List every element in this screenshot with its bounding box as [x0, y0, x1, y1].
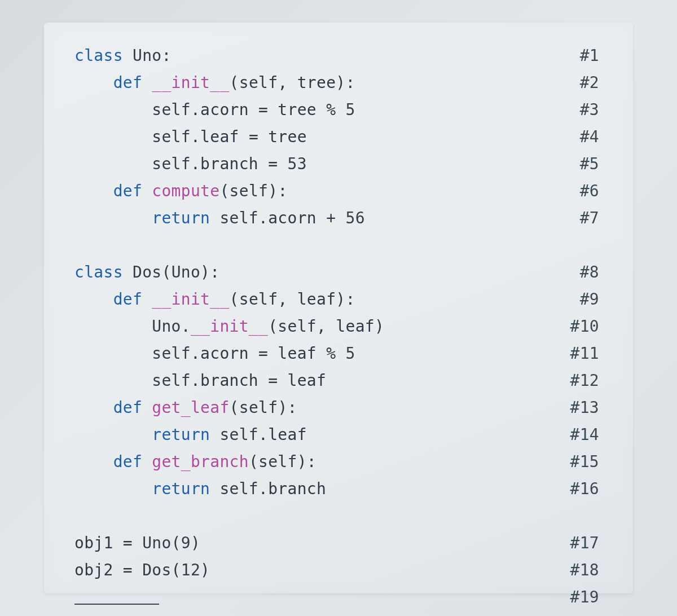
code-line: def get_branch(self): #15	[74, 452, 605, 479]
line-number: #4	[580, 127, 605, 146]
code-line: def compute(self): #6	[74, 182, 605, 209]
line-number: #9	[580, 290, 605, 309]
line-number: #17	[570, 534, 605, 552]
line-number: #11	[570, 344, 605, 363]
code-line: self.branch = leaf #12	[74, 371, 605, 398]
line-number: #7	[580, 209, 605, 227]
line-number: #6	[580, 182, 605, 200]
line-number: #5	[580, 155, 605, 173]
code-line: self.branch = 53 #5	[74, 155, 605, 182]
code-line: def __init__(self, tree): #2	[74, 73, 605, 100]
blank-line	[74, 507, 605, 534]
line-number: #2	[580, 73, 605, 92]
code-line: self.acorn = tree % 5 #3	[74, 100, 605, 127]
line-number: #13	[570, 398, 605, 417]
line-number: #18	[570, 561, 605, 579]
code-line: self.leaf = tree #4	[74, 127, 605, 155]
code-line: return self.leaf #14	[74, 425, 605, 452]
code-line: #19	[74, 588, 605, 615]
code-line: Uno.__init__(self, leaf) #10	[74, 317, 605, 344]
line-number: #12	[570, 371, 605, 390]
line-number: #1	[580, 46, 605, 65]
code-line: return self.branch #16	[74, 479, 605, 507]
blank-line	[74, 236, 605, 263]
fill-in-blank[interactable]	[74, 604, 159, 605]
code-sheet: class Uno: #1 def __init__(self, tree): …	[44, 23, 633, 593]
line-number: #3	[580, 100, 605, 119]
code-line: self.acorn = leaf % 5 #11	[74, 344, 605, 371]
code-line: def __init__(self, leaf): #9	[74, 290, 605, 317]
code-line: def get_leaf(self): #13	[74, 398, 605, 425]
line-number: #14	[570, 425, 605, 444]
code-line: class Dos(Uno): #8	[74, 263, 605, 290]
line-number: #16	[570, 479, 605, 498]
line-number: #19	[570, 588, 605, 606]
line-number: #10	[570, 317, 605, 336]
line-number: #15	[570, 452, 605, 471]
code-line: obj2 = Dos(12) #18	[74, 561, 605, 588]
line-number: #8	[580, 263, 605, 281]
code-line: return self.acorn + 56 #7	[74, 209, 605, 236]
code-line: class Uno: #1	[74, 46, 605, 73]
code-line: obj1 = Uno(9) #17	[74, 534, 605, 561]
